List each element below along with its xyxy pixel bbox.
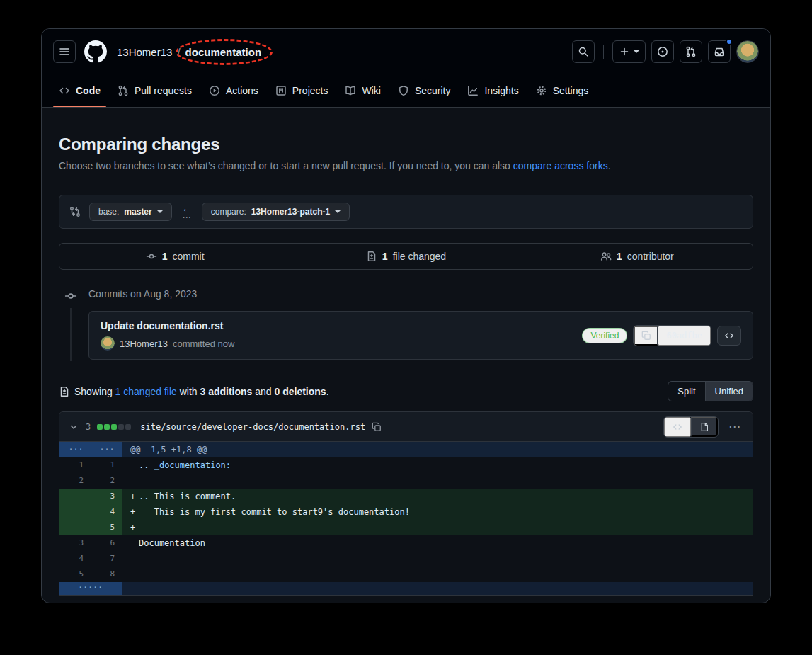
file-icon <box>699 422 709 432</box>
page-subtitle: Choose two branches to see what’s change… <box>59 160 753 171</box>
expand-button[interactable]: ····· <box>59 582 122 595</box>
base-branch-dropdown[interactable]: base: master <box>89 203 172 221</box>
expand-row-fill <box>122 582 753 595</box>
new-line-number[interactable]: 3 <box>91 489 122 504</box>
split-view-button[interactable]: Split <box>668 382 704 401</box>
arrow-dots: … <box>182 212 191 218</box>
old-line-number[interactable]: 3 <box>59 535 91 551</box>
breadcrumb-owner-link[interactable]: 13Homer13 <box>117 46 172 58</box>
subtitle-text: Choose two branches to see what’s change… <box>59 160 513 171</box>
git-compare-icon <box>69 206 81 217</box>
diff-file-path[interactable]: site/source/developer-docs/documentation… <box>140 422 365 432</box>
changed-files-link[interactable]: 1 changed file <box>115 386 177 397</box>
kebab-menu-button[interactable]: ⋯ <box>726 419 744 434</box>
copy-icon <box>641 331 651 341</box>
tab-label: Security <box>415 85 451 96</box>
hunk-gutter-dots[interactable]: ··· <box>91 442 122 457</box>
commit-sha-group: 60adfbe <box>633 325 711 346</box>
stat-label: file changed <box>393 251 447 262</box>
main-content: Comparing changes Choose two branches to… <box>42 135 770 596</box>
commit-title-link[interactable]: Update documentation.rst <box>101 320 234 331</box>
tab-actions[interactable]: Actions <box>203 74 264 107</box>
summary-prefix: Showing <box>74 386 115 397</box>
hamburger-menu-button[interactable] <box>53 40 76 63</box>
tab-pull-requests[interactable]: Pull requests <box>112 74 198 107</box>
diff-line-context: 3 6 Documentation <box>59 535 753 551</box>
gear-icon <box>536 85 547 96</box>
tab-label: Code <box>76 85 101 96</box>
stat-files-changed[interactable]: 1 file changed <box>290 244 521 269</box>
tab-security[interactable]: Security <box>392 74 457 107</box>
old-line-number[interactable]: 4 <box>59 551 91 566</box>
old-line-number[interactable] <box>59 489 91 504</box>
compare-across-forks-link[interactable]: compare across forks <box>513 160 608 171</box>
caret-down-icon <box>335 210 341 213</box>
chevron-down-icon[interactable] <box>68 421 79 433</box>
stat-contributors[interactable]: 1 contributor <box>522 244 753 269</box>
inbox-button[interactable] <box>708 40 731 63</box>
copy-path-button[interactable] <box>372 422 382 432</box>
old-line-number[interactable]: 5 <box>59 566 91 582</box>
rich-view-button[interactable] <box>691 417 718 437</box>
hunk-gutter-dots[interactable]: ··· <box>59 442 91 457</box>
base-label: base: <box>98 207 119 217</box>
old-line-number[interactable] <box>59 520 91 535</box>
repo-nav: Code Pull requests Actions Projects Wiki… <box>42 74 770 108</box>
search-button[interactable] <box>572 40 595 63</box>
tab-code[interactable]: Code <box>53 74 106 107</box>
line-text: Documentation <box>139 538 205 548</box>
new-line-number[interactable]: 5 <box>91 520 122 535</box>
new-line-number[interactable]: 8 <box>91 566 122 582</box>
copy-sha-button[interactable] <box>634 326 658 346</box>
verified-badge[interactable]: Verified <box>582 328 627 343</box>
unified-view-button[interactable]: Unified <box>705 382 753 401</box>
github-logo[interactable] <box>84 40 107 63</box>
commit-card: Update documentation.rst 13Homer13 commi… <box>88 311 753 360</box>
new-line-number[interactable]: 7 <box>91 551 122 566</box>
search-icon <box>578 46 589 57</box>
commit-actions: Verified 60adfbe <box>582 325 741 346</box>
branch-compare-bar: base: master ← … compare: 13Homer13-patc… <box>59 195 753 229</box>
new-line-number[interactable]: 6 <box>91 535 122 551</box>
stat-commits[interactable]: 1 commit <box>59 244 290 269</box>
diff-header-actions: ⋯ <box>663 416 744 438</box>
app-window: 13Homer13 / documentation <box>41 28 771 603</box>
compare-value: 13Homer13-patch-1 <box>251 207 330 217</box>
line-code: Documentation <box>122 535 753 551</box>
inbox-icon <box>714 46 725 57</box>
old-line-number[interactable] <box>59 504 91 520</box>
tab-wiki[interactable]: Wiki <box>339 74 386 107</box>
pull-requests-button[interactable] <box>680 40 702 63</box>
tab-settings[interactable]: Settings <box>530 74 595 107</box>
breadcrumb-repo-link[interactable]: documentation <box>185 46 262 58</box>
source-view-button[interactable] <box>664 417 691 437</box>
diff-line-added: 4 + This is my first commit to start9's … <box>59 504 753 520</box>
stat-value: 1 <box>382 251 388 262</box>
tab-label: Settings <box>553 85 589 96</box>
new-line-number[interactable]: 4 <box>91 504 122 520</box>
browse-repo-button[interactable] <box>717 326 741 346</box>
commit-author-link[interactable]: 13Homer13 <box>120 338 168 349</box>
old-line-number[interactable]: 2 <box>59 473 91 489</box>
tab-projects[interactable]: Projects <box>270 74 334 107</box>
issues-button[interactable] <box>651 40 674 63</box>
new-line-number[interactable]: 2 <box>91 473 122 489</box>
book-icon <box>345 85 356 96</box>
line-text: This is my first commit to start9's docu… <box>139 507 410 517</box>
compare-branch-dropdown[interactable]: compare: 13Homer13-patch-1 <box>202 203 350 221</box>
commit-author-avatar[interactable] <box>101 336 115 351</box>
line-code <box>122 473 753 489</box>
diff-change-count: 3 <box>86 422 91 432</box>
old-line-number[interactable]: 1 <box>59 457 91 473</box>
avatar[interactable] <box>736 40 759 63</box>
line-text: ------------- <box>139 554 205 564</box>
diff-line-context: 5 8 <box>59 566 753 582</box>
summary-mid1: with <box>177 386 200 397</box>
diff-line-context: 2 2 <box>59 473 753 489</box>
tab-insights[interactable]: Insights <box>462 74 524 107</box>
create-new-button[interactable] <box>612 40 646 63</box>
new-line-number[interactable]: 1 <box>91 457 122 473</box>
commit-sha-button[interactable]: 60adfbe <box>658 326 711 346</box>
diff-sign: + <box>130 504 139 520</box>
table-icon <box>275 85 287 96</box>
